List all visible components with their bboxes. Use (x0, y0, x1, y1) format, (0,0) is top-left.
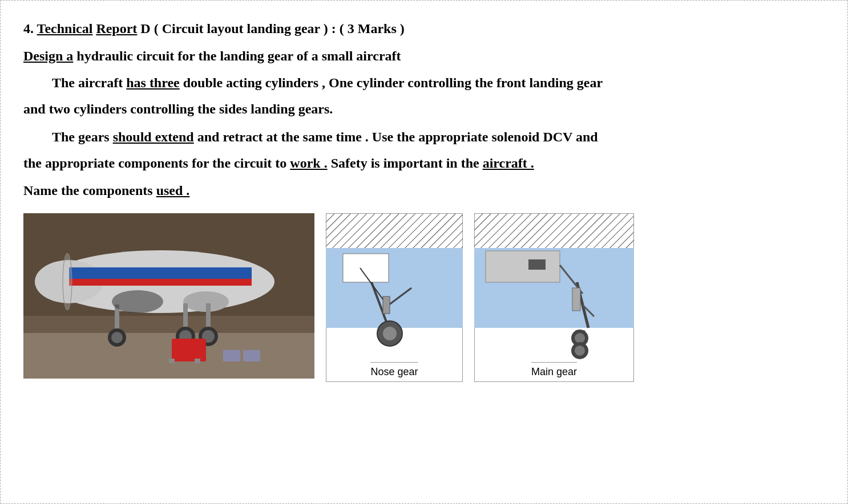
p1-underline: has three (126, 75, 180, 90)
svg-point-11 (111, 332, 123, 343)
svg-rect-19 (169, 359, 175, 363)
main-gear-svg (474, 214, 634, 362)
paragraph1: The aircraft has three double acting cyl… (23, 72, 825, 94)
paragraph3: Name the components used . (23, 180, 825, 201)
svg-rect-37 (486, 251, 560, 282)
p2-prefix: The gears (52, 129, 113, 144)
svg-point-23 (112, 290, 163, 313)
svg-rect-42 (572, 288, 580, 311)
p1-prefix: The aircraft (52, 75, 126, 90)
nose-gear-label: Nose gear (370, 362, 418, 381)
svg-rect-38 (528, 259, 546, 270)
svg-rect-18 (172, 339, 206, 361)
main-gear-box: Main gear (474, 213, 634, 382)
svg-point-45 (575, 333, 585, 343)
svg-rect-5 (69, 267, 252, 279)
svg-rect-6 (69, 279, 252, 286)
question-number: 4. (23, 21, 34, 36)
page-container: 4. Technical Report D ( Circuit layout l… (0, 0, 848, 504)
svg-rect-1 (23, 333, 314, 379)
nose-gear-box: Nose gear (326, 213, 463, 382)
aircraft-photo-svg (23, 213, 314, 379)
p1-suffix: double acting cylinders , One cylinder c… (183, 75, 603, 90)
title-rest: D ( Circuit layout landing gear ) : ( 3 … (140, 21, 404, 36)
p2-middle1: and retract at the same time . Use the a… (197, 129, 598, 144)
question-header: 4. Technical Report D ( Circuit layout l… (23, 18, 825, 39)
paragraph2-cont: the appropriate components for the circu… (23, 152, 825, 174)
images-row: Nose gear (23, 213, 825, 382)
design-rest: hydraulic circuit for the landing gear o… (76, 48, 401, 63)
svg-rect-30 (383, 296, 390, 314)
svg-rect-25 (326, 214, 463, 248)
title-report: Report (96, 21, 137, 36)
p2-underline2: work . (290, 156, 327, 170)
nose-gear-svg (326, 214, 463, 362)
aircraft-photo-box (23, 213, 314, 379)
design-underline: Design a (23, 48, 73, 63)
p2-underline3: aircraft . (483, 156, 534, 170)
paragraph1-cont: and two cylinders controlling the sides … (23, 98, 825, 120)
svg-rect-22 (243, 350, 260, 361)
main-gear-label: Main gear (531, 362, 577, 381)
svg-rect-35 (474, 214, 634, 248)
svg-point-32 (383, 327, 397, 340)
title-technical: Technical (37, 21, 93, 36)
svg-point-8 (63, 253, 72, 310)
svg-rect-21 (223, 350, 240, 361)
svg-rect-20 (195, 359, 200, 363)
p3-underline: used . (156, 183, 190, 198)
svg-rect-27 (343, 254, 389, 282)
p2-underline1: should extend (113, 129, 194, 144)
design-line: Design a hydraulic circuit for the landi… (23, 45, 825, 67)
paragraph2: The gears should extend and retract at t… (23, 126, 825, 148)
svg-point-47 (575, 346, 585, 356)
